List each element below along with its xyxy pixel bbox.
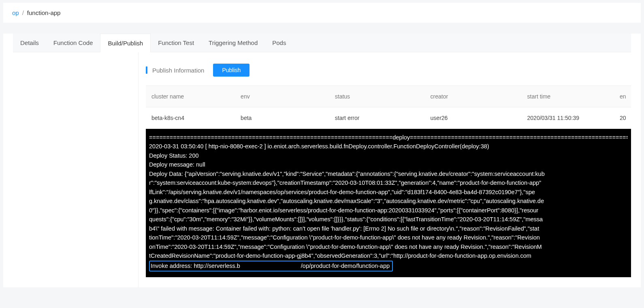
tab-details[interactable]: Details xyxy=(13,34,46,52)
log-line: Deploy message: null xyxy=(149,160,628,169)
log-line: 2020-03-31 03:50:40 [ http-nio-8080-exec… xyxy=(149,142,628,151)
log-line: Deploy Data: {"apiVersion":"serving.knat… xyxy=(149,169,628,178)
col-header-start-time: start time xyxy=(522,86,614,107)
log-line: lfLink":"/apis/serving.knative.dev/v1/na… xyxy=(149,188,628,197)
tab-build-publish[interactable]: Build/Publish xyxy=(100,34,151,52)
deploy-log-console[interactable]: ========================================… xyxy=(146,129,631,277)
log-line: g.knative.dev/class":"hpa.autoscaling.kn… xyxy=(149,197,628,205)
col-header-end-time: en xyxy=(614,86,631,107)
section-header: Publish Information Publish xyxy=(146,64,631,77)
log-line: r":"system:serviceaccount:kube-system:de… xyxy=(149,178,628,187)
log-line: quests":{"cpu":"30m","memory":"32Mi"}},"… xyxy=(149,215,628,224)
tab-pods[interactable]: Pods xyxy=(265,34,293,52)
breadcrumb-separator: / xyxy=(22,9,24,16)
log-line: tionTime":"2020-03-20T11:14:59Z","messag… xyxy=(149,233,628,242)
cell-creator: user26 xyxy=(425,107,522,129)
log-line: tCreatedRevisionName":"product-for-demo-… xyxy=(149,251,628,260)
tab-function-test[interactable]: Function Test xyxy=(151,34,201,52)
cell-env: beta xyxy=(235,107,329,129)
invoke-address-pre: Invoke address: http://serverless.b xyxy=(151,263,240,269)
invoke-address-post: /op/product-for-demo/function-app xyxy=(301,263,390,269)
cell-cluster: beta-k8s-cn4 xyxy=(146,107,235,129)
redacted-segment xyxy=(240,264,301,268)
cell-status: start error xyxy=(329,107,425,129)
col-header-status: status xyxy=(329,86,425,107)
publish-button[interactable]: Publish xyxy=(213,64,249,77)
log-line-invoke: Invoke address: http://serverless.b/op/p… xyxy=(149,261,628,272)
invoke-address-highlight: Invoke address: http://serverless.b/op/p… xyxy=(149,261,393,272)
section-title: Publish Information xyxy=(152,67,204,74)
side-panel xyxy=(13,52,139,287)
col-header-creator: creator xyxy=(425,86,522,107)
breadcrumb-parent-link[interactable]: op xyxy=(12,9,19,16)
log-line: b4\" failed with message: Container fail… xyxy=(149,224,628,233)
log-line: ========================================… xyxy=(149,133,628,142)
log-line: onTime":"2020-03-20T11:14:59Z","message"… xyxy=(149,242,628,251)
breadcrumb: op / function-app xyxy=(3,3,641,23)
publish-table: cluster name env status creator start ti… xyxy=(146,86,631,129)
cell-end-time: 20 xyxy=(614,107,631,129)
tab-bar: Details Function Code Build/Publish Func… xyxy=(13,34,631,52)
col-header-env: env xyxy=(235,86,329,107)
log-line: Deploy Status: 200 xyxy=(149,151,628,160)
section-accent-bar xyxy=(146,66,147,74)
tab-function-code[interactable]: Function Code xyxy=(46,34,100,52)
tab-triggering-method[interactable]: Triggering Method xyxy=(201,34,265,52)
log-line: 0"}},"spec":{"containers":[{"image":"har… xyxy=(149,206,628,215)
col-header-cluster: cluster name xyxy=(146,86,235,107)
cell-start-time: 2020/03/31 11:50:39 xyxy=(522,107,614,129)
table-row[interactable]: beta-k8s-cn4 beta start error user26 202… xyxy=(146,107,631,129)
breadcrumb-current: function-app xyxy=(27,9,61,16)
